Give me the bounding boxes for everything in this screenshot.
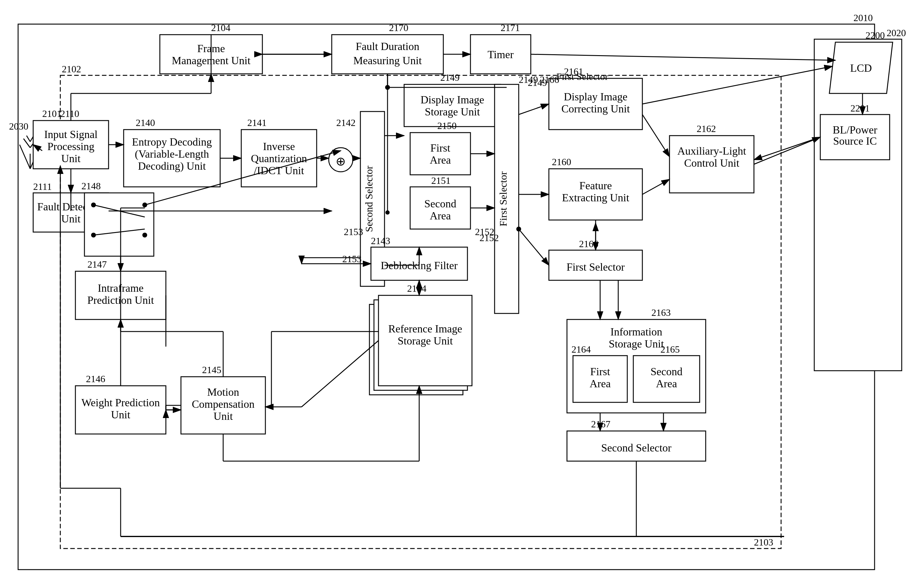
ref-2163: 2163 xyxy=(651,307,671,318)
motion-comp-label: Motion xyxy=(207,386,239,398)
second-area-disp-label2: Area xyxy=(430,210,451,222)
ref-2147: 2147 xyxy=(87,259,107,270)
fault-duration-label: Fault Duration xyxy=(356,40,419,52)
svg-point-40 xyxy=(142,233,147,237)
input-signal-label3: Unit xyxy=(61,152,81,165)
ref-2020: 2020 xyxy=(887,27,906,38)
disp-img-correct-label: Display Image xyxy=(564,91,628,103)
entropy-label: Entropy Decoding xyxy=(132,136,212,148)
ref-first-selector-top: First Selector xyxy=(556,71,608,82)
entropy-label3: Decoding) Unit xyxy=(138,160,206,172)
ref-2149: 2149 xyxy=(440,72,460,83)
bl-power-label: BL/Power xyxy=(833,124,877,136)
bl-power-label2: Source IC xyxy=(833,135,877,147)
fault-detect-label2: Unit xyxy=(61,213,81,225)
ref-2146: 2146 xyxy=(86,373,105,384)
ref-2111: 2111 xyxy=(33,181,52,192)
timer-label: Timer xyxy=(487,48,514,61)
feature-extract-label: Feature xyxy=(579,179,612,192)
disp-img-correct-label2: Correcting Unit xyxy=(562,103,630,115)
ref-2167: 2167 xyxy=(591,418,610,430)
first-selector-main-label: First Selector xyxy=(498,171,509,226)
first-selector-sub-label: First Selector xyxy=(567,261,625,273)
first-area-info-label2: Area xyxy=(589,378,611,390)
disp-img-storage-label: Display Image xyxy=(421,94,484,106)
ref-2103: 2103 xyxy=(754,537,773,548)
ref-2141: 2141 xyxy=(247,117,267,128)
second-selector-label: Second Selector xyxy=(363,165,374,232)
svg-rect-36 xyxy=(84,193,154,256)
ref-2160: 2160 xyxy=(552,157,571,167)
ref-2153: 2153 xyxy=(344,226,363,237)
ref-2101: 2101 xyxy=(42,108,62,119)
entropy-label2: (Variable-Length xyxy=(135,148,209,160)
feature-extract-label2: Extracting Unit xyxy=(562,192,630,204)
first-area-info-label: First xyxy=(590,365,610,378)
first-area-disp-label2: Area xyxy=(430,154,451,166)
ref-2151: 2151 xyxy=(431,175,450,186)
aux-light-label2: Control Unit xyxy=(684,157,739,169)
input-signal-label: Input Signal xyxy=(44,128,98,141)
motion-comp-label2: Compensation xyxy=(192,398,254,410)
first-area-disp-label: First xyxy=(431,142,450,154)
ref-2171: 2171 xyxy=(500,22,520,33)
inv-quant-label: Inverse xyxy=(263,141,295,152)
ref-2030: 2030 xyxy=(9,121,28,132)
weight-pred-label2: Unit xyxy=(111,409,130,421)
ref-2140: 2140 xyxy=(136,117,155,128)
ref-first-sel-right: 2149 xyxy=(528,77,547,88)
diagram-container: 2010 2020 2030 2102 Frame Management Uni… xyxy=(0,0,918,588)
ref-2153-2: 2153 xyxy=(342,254,362,264)
second-area-info-label2: Area xyxy=(656,378,677,390)
ref-2200: 2200 xyxy=(866,30,885,41)
motion-comp-label3: Unit xyxy=(214,410,233,422)
ref-2170: 2170 xyxy=(389,22,408,33)
ref-img-storage-label2: Storage Unit xyxy=(398,335,453,347)
second-area-disp-label: Second xyxy=(424,198,456,210)
ref-2148: 2148 xyxy=(81,181,101,191)
ref-2150: 2150 xyxy=(437,120,457,131)
svg-text:⊕: ⊕ xyxy=(336,155,346,168)
ref-2145: 2145 xyxy=(202,364,221,375)
ref-2164: 2164 xyxy=(572,344,591,355)
info-storage-label2: Storage Unit xyxy=(609,338,664,350)
ref-2162: 2162 xyxy=(697,123,716,134)
ref-2104: 2104 xyxy=(211,22,230,33)
info-storage-label: Information xyxy=(610,326,662,338)
inv-quant-label3: /IDCT Unit xyxy=(254,165,304,177)
svg-point-120 xyxy=(385,210,390,215)
aux-light-label: Auxiliary-Light xyxy=(677,145,746,157)
input-signal-label2: Processing xyxy=(47,141,94,152)
disp-img-storage-label2: Storage Unit xyxy=(425,106,480,118)
second-selector-sub-label: Second Selector xyxy=(601,442,672,454)
lcd-label: LCD xyxy=(850,62,872,74)
ref-2152-label: 2152 xyxy=(479,233,499,243)
ref-2201: 2201 xyxy=(850,103,870,114)
ref-img-storage-label: Reference Image xyxy=(389,323,462,335)
ref-2102: 2102 xyxy=(62,64,81,74)
ref-2142: 2142 xyxy=(336,117,356,128)
ref-2110: 2110 xyxy=(60,108,79,119)
fault-duration-label2: Measuring Unit xyxy=(353,55,422,66)
ref-2010: 2010 xyxy=(853,12,873,23)
ref-2144: 2144 xyxy=(407,283,426,294)
ref-2165: 2165 xyxy=(661,344,680,355)
ref-2143: 2143 xyxy=(371,235,390,246)
weight-pred-label: Weight Prediction xyxy=(81,397,160,409)
second-area-info-label: Second xyxy=(651,365,682,378)
